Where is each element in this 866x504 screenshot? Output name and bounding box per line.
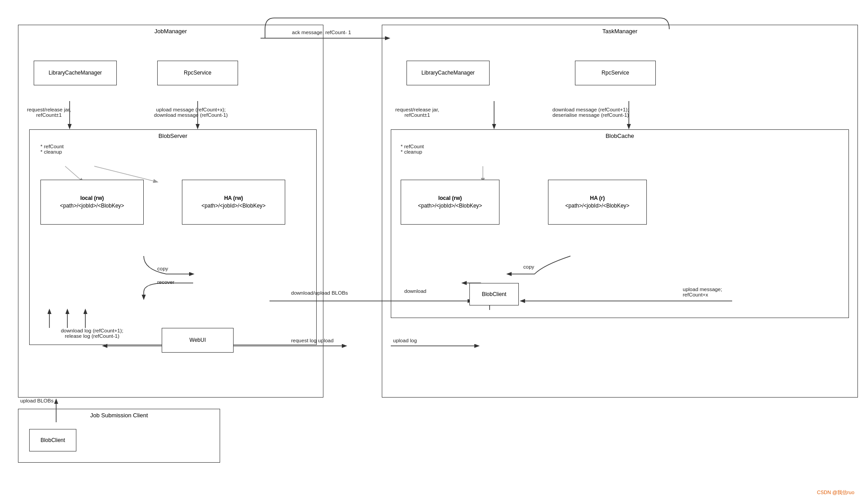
diagram-container: JobManager LibraryCacheManager RpcServic… xyxy=(4,4,862,500)
local-rw-jm: local (rw) <path>/<jobId>/<BlobKey> xyxy=(40,180,144,225)
download-deserialise-tm-label: download message (refCount+1); deseriali… xyxy=(535,107,647,118)
blob-cache-title: BlobCache xyxy=(391,133,848,139)
ack-message-label: ack message, refCount- 1 xyxy=(292,30,351,35)
blob-client-jsc: BlobClient xyxy=(29,429,76,451)
blob-server-box: BlobServer xyxy=(29,129,317,345)
local-rw-path-jm: <path>/<jobId>/<BlobKey> xyxy=(60,202,124,210)
rpc-service-jm: RpcService xyxy=(157,61,238,85)
lib-cache-label-jm: LibraryCacheManager xyxy=(49,69,102,77)
rpc-label-tm: RpcService xyxy=(601,69,629,77)
lib-cache-manager-tm: LibraryCacheManager xyxy=(406,61,490,85)
webui-box: WebUI xyxy=(162,328,234,353)
rpc-label-jm: RpcService xyxy=(184,69,211,77)
blob-client-jsc-label: BlobClient xyxy=(40,437,65,444)
jobmanager-title: JobManager xyxy=(18,28,323,35)
upload-message-refcount-label: upload message; refCount+x xyxy=(683,287,722,297)
request-log-upload-label: request log upload xyxy=(291,338,334,343)
blob-server-title: BlobServer xyxy=(30,133,316,139)
recover-label: recover xyxy=(157,279,174,285)
download-upload-blobs-label: download/upload BLOBs xyxy=(291,290,348,296)
ha-rw-jm: HA (rw) <path>/<jobId>/<BlobKey> xyxy=(182,180,285,225)
request-release-jar-tm-label: request/release jar, refCount±1 xyxy=(395,107,439,118)
rpc-service-tm: RpcService xyxy=(575,61,656,85)
copy-label: copy xyxy=(157,266,168,271)
local-rw-title-jm: local (rw) xyxy=(80,195,104,202)
local-rw-path-tm: <path>/<jobId>/<BlobKey> xyxy=(418,202,482,210)
blob-cache-notes: * refCount * cleanup xyxy=(401,144,424,155)
download-tm-label: download xyxy=(404,288,426,294)
ha-rw-title-jm: HA (rw) xyxy=(224,195,243,202)
blob-server-notes: * refCount * cleanup xyxy=(40,144,64,155)
blob-client-tm: BlobClient xyxy=(469,283,519,305)
lib-cache-label-tm: LibraryCacheManager xyxy=(421,69,475,77)
upload-blobs-label: upload BLOBs xyxy=(20,398,53,403)
copy-tm-label: copy xyxy=(523,264,534,270)
ha-r-title-tm: HA (r) xyxy=(590,195,605,202)
download-log-label: download log (refCount+1); release log (… xyxy=(29,328,155,339)
ha-r-tm: HA (r) <path>/<jobId>/<BlobKey> xyxy=(548,180,647,225)
taskmanager-title: TaskManager xyxy=(382,28,857,35)
lib-cache-manager-jm: LibraryCacheManager xyxy=(34,61,117,85)
upload-download-msg-jm-label: upload message (refCount+x); download me… xyxy=(141,107,240,118)
blob-client-tm-label: BlobClient xyxy=(482,291,507,298)
local-rw-title-tm: local (rw) xyxy=(438,195,462,202)
webui-label: WebUI xyxy=(190,336,206,344)
ha-r-path-tm: <path>/<jobId>/<BlobKey> xyxy=(566,202,630,210)
watermark: CSDN @我信ruo xyxy=(817,489,854,496)
ha-rw-path-jm: <path>/<jobId>/<BlobKey> xyxy=(202,202,266,210)
local-rw-tm: local (rw) <path>/<jobId>/<BlobKey> xyxy=(401,180,499,225)
request-release-jar-jm-label: request/release jar, refCount±1 xyxy=(27,107,71,118)
job-submission-title: Job Submission Client xyxy=(18,412,220,419)
upload-log-label: upload log xyxy=(393,338,417,343)
